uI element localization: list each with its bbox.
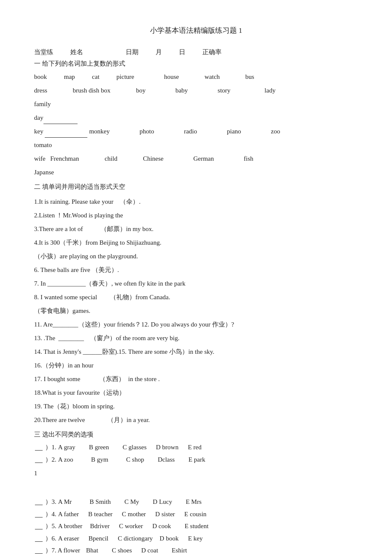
exercise-line: 20.There are twelve （月）in a year.: [34, 413, 358, 426]
vocab-row-3: family: [34, 98, 358, 110]
page-number: 1: [34, 470, 358, 477]
exercise-block-section2: 1.It is raining. Please take your （伞）. 2…: [34, 195, 358, 426]
choice-row-3: ）3. A Mr B Smith C My D Lucy E Mrs: [34, 496, 358, 508]
exercise-line: 14. That is Jenny's ______卧室).15. There …: [34, 345, 358, 358]
exercise-line: 18.What is your favourite（运动）: [34, 386, 358, 399]
vocab-row-2: dress brush dish box boy baby story lady: [34, 84, 358, 97]
header-label6: 正确率: [202, 48, 222, 56]
header-label4: 月: [156, 48, 162, 56]
exercise-line: 11. Are________（这些）your friends？12. Do y…: [34, 318, 358, 331]
choice-row-4: ）4. A father B teacher C mother D sister…: [34, 508, 358, 520]
exercise-line: 6. These balls are five （美元）.: [34, 263, 358, 276]
vocab-grid: book map cat picture house watch bus dre…: [34, 70, 358, 179]
vocab-row-8: Japanse: [34, 166, 358, 179]
choice-row-5: ）5. A brother Bdriver C worker D cook E …: [34, 520, 358, 532]
exercise-line: （小孩）are playing on the playground.: [34, 250, 358, 263]
choice-row-1: ）1. A gray B green C glasses D brown E r…: [34, 441, 358, 454]
exercise-line: 13. .The ________ （窗户）of the room are ve…: [34, 332, 358, 344]
vocab-row-5: key monkey photo radio piano zoo: [34, 125, 358, 138]
exercise-line: 16.（分钟）in an hour: [34, 359, 358, 372]
exercise-line: 2.Listen ！Mr.Wood is playing the: [34, 209, 358, 222]
vocab-row-1: book map cat picture house watch bus: [34, 70, 358, 83]
page-title: 小学基本语法精编版练习题 1: [34, 26, 358, 35]
choice-row-7: ）7. A flower Bhat C shoes D coat Eshirt: [34, 544, 358, 555]
vocab-row-4: day: [34, 111, 358, 124]
exercise-line: 3.There are a lot of （邮票）in my box.: [34, 223, 358, 235]
header-label5: 日: [179, 48, 185, 56]
exercise-line: 17. I bought some （东西） in the store .: [34, 373, 358, 385]
exercise-line: （零食电脑）games.: [34, 304, 358, 317]
choice-row-6: ）6. A eraser Bpencil C dictiongary D boo…: [34, 532, 358, 545]
choice-row-2: ）2. A zoo B gym C shop Dclass E park: [34, 454, 358, 466]
section2-title: 二 填单词并用词的适当形式天空: [34, 183, 358, 191]
section3-title: 三 选出不同类的选项: [34, 431, 358, 439]
section3b-choices: ）3. A Mr B Smith C My D Lucy E Mrs ）4. A…: [34, 496, 358, 555]
header-label2: 姓名: [70, 48, 83, 56]
header-label1: 当堂练: [34, 48, 53, 56]
exercise-line: 1.It is raining. Please take your （伞）.: [34, 195, 358, 208]
exercise-line: 4.It is 300（千米）from Beijing to Shijiazhu…: [34, 236, 358, 249]
exercise-line: 19. The（花）bloom in spring.: [34, 400, 358, 413]
exercise-line: 7. In ____________（春天）, we often fly kit…: [34, 277, 358, 290]
vocab-row-7: wife Frenchman child Chinese German fish: [34, 152, 358, 165]
vocab-row-6: tomato: [34, 139, 358, 151]
section3-choices: ）1. A gray B green C glasses D brown E r…: [34, 441, 358, 465]
header-row: 当堂练 姓名 日期 月 日 正确率: [34, 48, 358, 56]
exercise-line: 8. I wanted some special （礼物）from Canada…: [34, 291, 358, 304]
section1-title: 一 给下列的名词加上复数的形式: [34, 60, 358, 68]
header-label3: 日期: [126, 48, 138, 56]
